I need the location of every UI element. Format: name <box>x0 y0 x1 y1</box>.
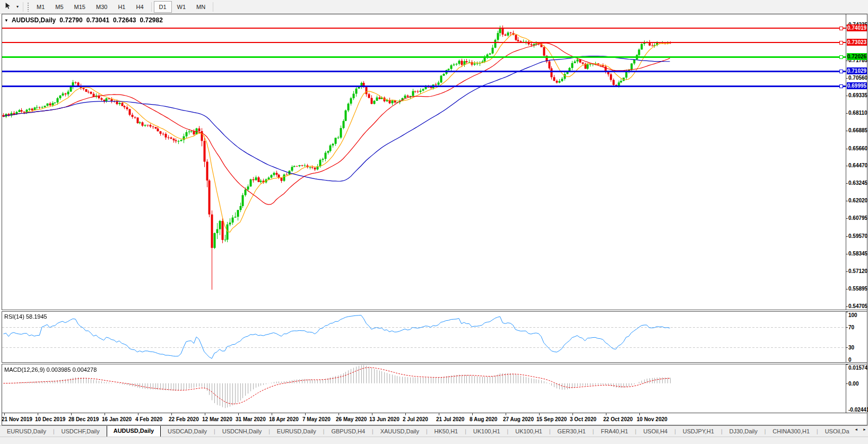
price-axis-label: 0.55895 <box>848 286 868 292</box>
pointer-tool-button[interactable] <box>2 2 14 12</box>
hline-handle[interactable] <box>839 70 843 73</box>
level-price-badge: 0.73023 <box>847 39 867 46</box>
toolbar-separator <box>213 2 213 12</box>
date-axis-tick <box>205 413 205 415</box>
chart-tab-dj30-daily[interactable]: DJ30,Daily <box>723 426 765 437</box>
date-axis-label: 4 Feb 2020 <box>135 416 162 422</box>
pointer-tool-dropdown-icon[interactable]: ▾ <box>14 4 21 9</box>
price-axis-tick <box>846 78 848 79</box>
chart-tab-usoil-da[interactable]: USOil,Da <box>818 426 856 437</box>
chart-tab-usoil-h4[interactable]: USOil,H4 <box>636 426 674 437</box>
hline-handle[interactable] <box>839 84 843 88</box>
toolbar-separator <box>23 2 23 12</box>
timeframe-button-m1[interactable]: M1 <box>31 1 50 13</box>
chart-tab-usdjpy-h1[interactable]: USDJPY,H1 <box>676 426 721 437</box>
rsi-axis-tick <box>846 312 848 312</box>
date-axis-tick <box>572 413 573 415</box>
date-axis-line <box>2 413 867 413</box>
chart-tab-uk100-h1[interactable]: UK100,H1 <box>508 426 549 437</box>
ohlc-low: 0.72643 <box>113 16 136 24</box>
level-price-badge: 0.71029 <box>847 67 867 74</box>
chart-tab-ger30-h1[interactable]: GER30,H1 <box>551 426 593 437</box>
price-axis-label: 0.64470 <box>848 163 868 168</box>
timeframe-button-mn[interactable]: MN <box>191 1 211 13</box>
macd-axis-tick <box>846 364 848 365</box>
tab-scrollers: ◄ ► <box>851 428 866 431</box>
date-axis-label: 28 Dec 2019 <box>68 416 99 422</box>
chart-tab-hk50-h1[interactable]: HK50,H1 <box>428 426 465 437</box>
chart-tab-xauusd-daily[interactable]: XAUUSD,Daily <box>374 426 426 437</box>
price-axis-tick <box>846 254 848 254</box>
date-axis-tick <box>639 413 640 415</box>
chart-collapse-icon[interactable]: ▼ <box>4 18 8 23</box>
macd-axis-label: 0.00 <box>848 381 868 387</box>
mt4-window: ▾ M1M5M15M30H1H4D1W1MN ▼ AUDUSD,Daily 0.… <box>0 0 868 444</box>
rsi-axis-label: 70 <box>848 325 868 330</box>
chart-tab-uk100-h1[interactable]: UK100,H1 <box>466 426 507 437</box>
tab-scroll-left-icon[interactable]: ◄ <box>854 428 858 431</box>
chart-tab-china300-h1[interactable]: CHINA300,H1 <box>766 426 817 437</box>
hline-handle[interactable] <box>839 41 843 45</box>
level-price-badge: 0.69995 <box>847 82 867 89</box>
toolbar-grip[interactable] <box>27 2 30 12</box>
level-price-badge: 0.74019 <box>847 24 867 31</box>
timeframe-button-m5[interactable]: M5 <box>50 1 68 13</box>
rsi-canvas[interactable] <box>2 312 846 362</box>
date-axis-tick <box>4 413 5 415</box>
price-axis-line <box>846 14 846 413</box>
date-axis-label: 16 Jan 2020 <box>102 416 132 422</box>
price-axis-tick <box>846 306 848 307</box>
hline-0.72026[interactable] <box>2 56 846 58</box>
date-axis-label: 8 Aug 2020 <box>470 416 497 422</box>
price-axis-label: 0.62020 <box>848 198 868 203</box>
chart-tab-gbpusd-h4[interactable]: GBPUSD,H4 <box>324 426 372 437</box>
timeframe-button-h4[interactable]: H4 <box>131 1 149 13</box>
date-axis-label: 13 Jun 2020 <box>369 416 400 422</box>
panel-divider-macd[interactable] <box>2 362 867 364</box>
toolbar-separator <box>151 2 152 12</box>
price-axis-tick <box>846 166 848 166</box>
date-axis-label: 21 Nov 2019 <box>2 416 32 422</box>
timeframe-button-d1[interactable]: D1 <box>154 1 172 13</box>
macd-canvas[interactable] <box>2 364 846 413</box>
chart-tab-usdchf-daily[interactable]: USDCHF,Daily <box>55 426 107 437</box>
ohlc-high: 0.73041 <box>86 16 109 24</box>
chart-tab-eurusd-daily[interactable]: EURUSD,Daily <box>270 426 323 437</box>
price-axis-label: 0.57120 <box>848 268 868 274</box>
chart-tab-eurusd-daily[interactable]: EURUSD,Daily <box>0 426 53 437</box>
timeframe-button-h1[interactable]: H1 <box>112 1 131 13</box>
date-axis-tick <box>38 413 38 415</box>
timeframe-button-m30[interactable]: M30 <box>91 1 112 13</box>
date-axis-label: 10 Dec 2019 <box>35 416 65 422</box>
hline-0.73023[interactable] <box>2 42 846 43</box>
chart-tab-usdcnh-daily[interactable]: USDCNH,Daily <box>215 426 269 437</box>
date-axis-label: 15 Sep 2020 <box>536 416 567 422</box>
timeframe-button-m15[interactable]: M15 <box>69 1 91 13</box>
price-axis-label: 0.63245 <box>848 180 868 186</box>
timeframe-button-w1[interactable]: W1 <box>172 1 192 13</box>
chart-tab-audusd-daily[interactable]: AUDUSD,Daily <box>107 425 161 437</box>
date-axis-label: 2 Jul 2020 <box>403 416 428 422</box>
macd-axis-tick <box>846 383 848 384</box>
tab-scroll-right-icon[interactable]: ► <box>863 428 866 431</box>
date-axis-label: 21 Jul 2020 <box>436 416 464 422</box>
rsi-label: RSI(14) 58.1945 <box>4 313 47 320</box>
chart-tab-fra40-h1[interactable]: FRA40,H1 <box>594 426 635 437</box>
price-axis-tick <box>846 289 848 289</box>
hline-0.71029[interactable] <box>2 71 846 72</box>
date-axis-label: 3 Oct 2020 <box>570 416 596 422</box>
price-axis-label: 0.70560 <box>848 75 868 81</box>
hline-0.69995[interactable] <box>2 86 846 87</box>
main-chart-canvas[interactable] <box>2 14 846 310</box>
chart-tab-bar: EURUSD,Daily|USDCHF,DailyAUDUSD,DailyUSD… <box>0 425 868 437</box>
date-axis-tick <box>405 413 406 415</box>
price-axis-label: 0.66885 <box>848 127 868 133</box>
chart-symbol-period: AUDUSD,Daily <box>12 16 56 24</box>
hline-0.74019[interactable] <box>2 28 846 29</box>
price-axis-label: 0.58345 <box>848 251 868 257</box>
price-axis-tick <box>846 201 848 201</box>
hline-handle[interactable] <box>839 55 843 59</box>
panel-divider-rsi[interactable] <box>2 310 867 312</box>
chart-tab-usdcad-daily[interactable]: USDCAD,Daily <box>161 426 214 437</box>
hline-handle[interactable] <box>839 27 843 30</box>
